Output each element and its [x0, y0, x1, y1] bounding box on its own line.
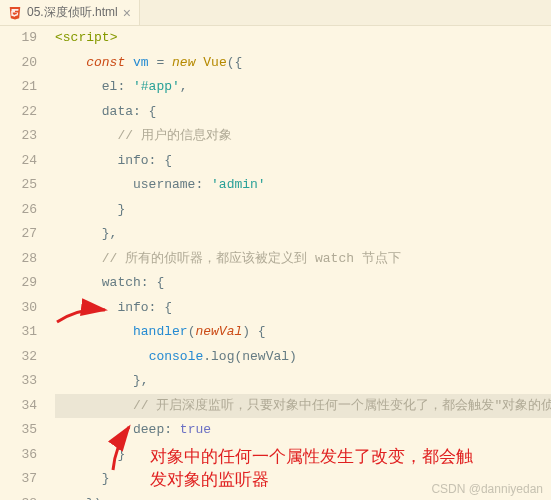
line-number: 28: [0, 247, 37, 272]
annotation-arrow-1: [55, 302, 115, 332]
code-line: info: {: [55, 149, 551, 174]
code-line: data: {: [55, 100, 551, 125]
line-number: 37: [0, 467, 37, 492]
code-line: },: [55, 369, 551, 394]
close-icon[interactable]: ×: [123, 6, 131, 20]
code-line: // 开启深度监听，只要对象中任何一个属性变化了，都会触发"对象的侦听器": [55, 394, 551, 419]
html-file-icon: [8, 6, 22, 20]
line-number: 27: [0, 222, 37, 247]
line-number-gutter: 1920212223242526272829303132333435363738: [0, 26, 55, 500]
tab-filename: 05.深度侦听.html: [27, 4, 118, 21]
code-line: info: {: [55, 296, 551, 321]
watermark: CSDN @danniyedan: [431, 482, 543, 496]
annotation-arrow-2: [105, 422, 145, 472]
code-line: handler(newVal) {: [55, 320, 551, 345]
line-number: 21: [0, 75, 37, 100]
code-editor[interactable]: 1920212223242526272829303132333435363738…: [0, 26, 551, 500]
line-number: 31: [0, 320, 37, 345]
code-line: <script>: [55, 26, 551, 51]
line-number: 34: [0, 394, 37, 419]
code-line: },: [55, 222, 551, 247]
line-number: 24: [0, 149, 37, 174]
tab-active[interactable]: 05.深度侦听.html ×: [0, 0, 140, 25]
line-number: 35: [0, 418, 37, 443]
line-number: 22: [0, 100, 37, 125]
line-number: 29: [0, 271, 37, 296]
tab-bar: 05.深度侦听.html ×: [0, 0, 551, 26]
line-number: 23: [0, 124, 37, 149]
code-line: const vm = new Vue({: [55, 51, 551, 76]
code-line: // 用户的信息对象: [55, 124, 551, 149]
line-number: 26: [0, 198, 37, 223]
line-number: 20: [0, 51, 37, 76]
code-line: watch: {: [55, 271, 551, 296]
line-number: 38: [0, 492, 37, 501]
code-line: }: [55, 198, 551, 223]
line-number: 33: [0, 369, 37, 394]
line-number: 25: [0, 173, 37, 198]
line-number: 32: [0, 345, 37, 370]
code-line: el: '#app',: [55, 75, 551, 100]
line-number: 19: [0, 26, 37, 51]
line-number: 30: [0, 296, 37, 321]
code-line: // 所有的侦听器，都应该被定义到 watch 节点下: [55, 247, 551, 272]
line-number: 36: [0, 443, 37, 468]
code-line: username: 'admin': [55, 173, 551, 198]
code-line: console.log(newVal): [55, 345, 551, 370]
